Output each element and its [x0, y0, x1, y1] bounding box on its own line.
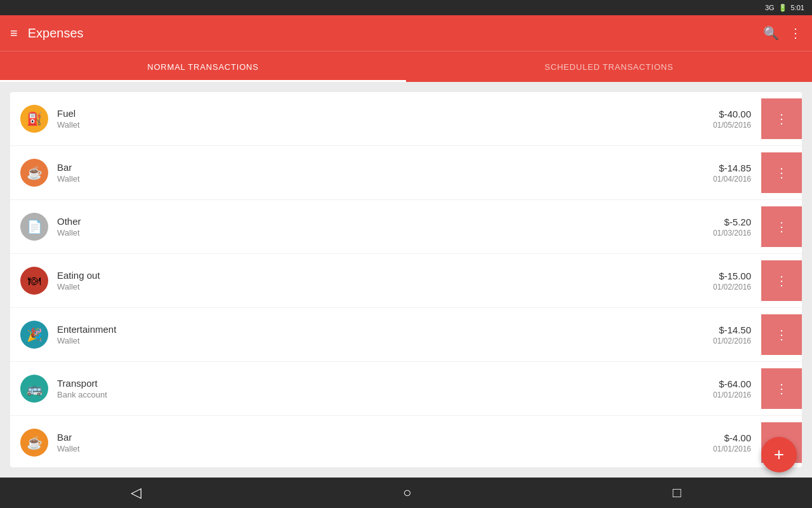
transaction-menu-button[interactable]: ⋮: [761, 260, 802, 301]
transaction-name: Eating out: [57, 270, 694, 281]
hamburger-icon[interactable]: ≡: [10, 26, 18, 41]
transaction-amount: $-5.20: [694, 217, 751, 227]
transaction-amount: $-4.00: [694, 432, 751, 443]
transaction-row: ⛽ Fuel Wallet $-40.00 01/05/2016 ⋮: [10, 92, 802, 146]
home-button[interactable]: ○: [403, 485, 411, 501]
back-button[interactable]: ◁: [131, 485, 141, 501]
transaction-amount-area: $-64.00 01/01/2016: [694, 378, 751, 399]
transaction-icon: 📄: [20, 213, 48, 241]
tab-scheduled-transactions[interactable]: SCHEDULED TRANSACTIONS: [406, 51, 812, 82]
transaction-account: Wallet: [57, 120, 694, 130]
battery-indicator: 🔋: [778, 4, 787, 12]
transaction-details: Transport Bank account: [57, 378, 694, 399]
transaction-row: 🚌 Transport Bank account $-64.00 01/01/2…: [10, 362, 802, 416]
transaction-account: Wallet: [57, 336, 694, 345]
more-vertical-icon: ⋮: [775, 111, 789, 126]
transaction-date: 01/02/2016: [694, 283, 751, 291]
transaction-date: 01/05/2016: [694, 121, 751, 130]
transaction-row: ☕ Bar Wallet $-4.00 01/01/2016 ⋮: [10, 416, 802, 467]
app-bar: ≡ Expenses 🔍 ⋮: [0, 15, 812, 51]
transaction-amount-area: $-40.00 01/05/2016: [694, 109, 751, 130]
transaction-menu-button[interactable]: ⋮: [761, 314, 802, 355]
transaction-name: Fuel: [57, 108, 694, 119]
transaction-name: Bar: [57, 432, 694, 443]
transaction-icon: 🍽: [20, 267, 48, 295]
transaction-icon: 🚌: [20, 375, 48, 403]
transaction-amount-area: $-5.20 01/03/2016: [694, 217, 751, 237]
add-transaction-fab[interactable]: +: [761, 437, 797, 472]
transaction-details: Entertainment Wallet: [57, 324, 694, 345]
transaction-amount: $-64.00: [694, 378, 751, 389]
transaction-amount: $-40.00: [694, 109, 751, 119]
transaction-amount: $-15.00: [694, 271, 751, 281]
transaction-amount-area: $-15.00 01/02/2016: [694, 271, 751, 291]
more-vertical-icon: ⋮: [775, 381, 789, 396]
transaction-date: 01/02/2016: [694, 337, 751, 345]
app-bar-actions: 🔍 ⋮: [763, 25, 802, 41]
search-icon[interactable]: 🔍: [763, 25, 779, 41]
transaction-account: Wallet: [57, 282, 694, 291]
transaction-amount-area: $-14.50 01/02/2016: [694, 324, 751, 345]
transaction-menu-button[interactable]: ⋮: [761, 98, 802, 139]
transaction-account: Wallet: [57, 444, 694, 453]
transaction-amount-area: $-4.00 01/01/2016: [694, 432, 751, 453]
transaction-menu-button[interactable]: ⋮: [761, 152, 802, 193]
transaction-account: Bank account: [57, 390, 694, 399]
more-vertical-icon: ⋮: [775, 219, 789, 234]
transaction-date: 01/01/2016: [694, 391, 751, 399]
transaction-icon: ☕: [20, 429, 48, 457]
tab-normal-transactions[interactable]: NORMAL TRANSACTIONS: [0, 51, 406, 82]
transaction-amount: $-14.50: [694, 324, 751, 335]
more-vertical-icon: ⋮: [775, 165, 789, 180]
transaction-icon: ☕: [20, 159, 48, 187]
transaction-date: 01/03/2016: [694, 229, 751, 237]
transaction-list: ⛽ Fuel Wallet $-40.00 01/05/2016 ⋮ ☕ Bar…: [10, 92, 802, 467]
bottom-nav: ◁ ○ □: [0, 478, 812, 508]
more-vertical-icon: ⋮: [775, 327, 789, 342]
transaction-account: Wallet: [57, 174, 694, 184]
transaction-details: Eating out Wallet: [57, 270, 694, 291]
more-icon[interactable]: ⋮: [789, 25, 802, 41]
transaction-row: ☕ Bar Wallet $-14.85 01/04/2016 ⋮: [10, 146, 802, 200]
time-display: 5:01: [791, 4, 804, 11]
transaction-date: 01/04/2016: [694, 175, 751, 184]
transaction-amount-area: $-14.85 01/04/2016: [694, 163, 751, 184]
transaction-details: Other Wallet: [57, 216, 694, 237]
more-vertical-icon: ⋮: [775, 273, 789, 288]
transaction-name: Other: [57, 216, 694, 227]
transaction-name: Bar: [57, 162, 694, 173]
transaction-menu-button[interactable]: ⋮: [761, 368, 802, 409]
transaction-row: 📄 Other Wallet $-5.20 01/03/2016 ⋮: [10, 200, 802, 254]
transaction-details: Fuel Wallet: [57, 108, 694, 130]
transaction-row: 🎉 Entertainment Wallet $-14.50 01/02/201…: [10, 308, 802, 362]
transaction-amount: $-14.85: [694, 163, 751, 173]
transaction-row: 🍽 Eating out Wallet $-15.00 01/02/2016 ⋮: [10, 254, 802, 308]
tabs-bar: NORMAL TRANSACTIONS SCHEDULED TRANSACTIO…: [0, 51, 812, 82]
transaction-account: Wallet: [57, 228, 694, 237]
transaction-details: Bar Wallet: [57, 432, 694, 453]
main-content: ⛽ Fuel Wallet $-40.00 01/05/2016 ⋮ ☕ Bar…: [0, 82, 812, 478]
app-title: Expenses: [28, 26, 753, 41]
status-bar: 3G 🔋 5:01: [0, 0, 812, 15]
signal-indicator: 3G: [765, 4, 775, 11]
transaction-name: Entertainment: [57, 324, 694, 335]
transaction-icon: ⛽: [20, 105, 48, 133]
transaction-icon: 🎉: [20, 321, 48, 349]
transaction-date: 01/01/2016: [694, 444, 751, 453]
transaction-name: Transport: [57, 378, 694, 389]
recents-button[interactable]: □: [673, 485, 681, 501]
transaction-details: Bar Wallet: [57, 162, 694, 184]
transaction-menu-button[interactable]: ⋮: [761, 206, 802, 247]
